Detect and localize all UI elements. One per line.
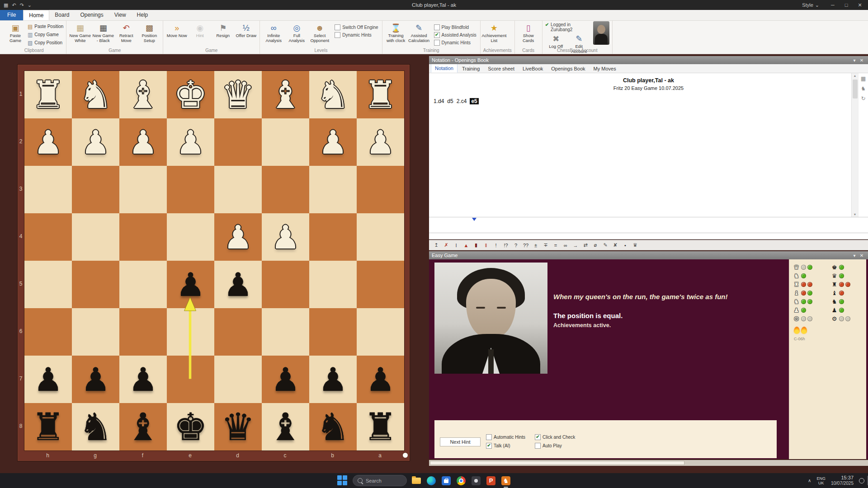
piece-white-n-b1[interactable]: ♞ — [316, 72, 350, 117]
full-analysis-button[interactable]: ◎Full Analysis — [286, 21, 307, 43]
evaluation-profile[interactable] — [429, 217, 868, 239]
annotation-button[interactable]: ?? — [521, 241, 530, 249]
piece-glyph[interactable]: ♞ — [831, 298, 838, 305]
square-b5[interactable] — [309, 261, 357, 308]
scroll-up-icon[interactable]: ▲ — [852, 74, 858, 77]
annotation-button[interactable]: !? — [501, 241, 510, 249]
piece-white-p-b2[interactable]: ♟ — [318, 120, 348, 165]
tab-livebook[interactable]: LiveBook — [519, 65, 547, 73]
redo-icon[interactable]: ↷ — [20, 2, 24, 8]
tab-openings-book[interactable]: Openings Book — [547, 65, 589, 73]
paste-game-button[interactable]: ▣Paste Game — [5, 21, 26, 43]
board-icon[interactable]: ▦ — [4, 2, 8, 8]
square-c4[interactable]: ♟ — [262, 213, 309, 261]
assisted-calculation-button[interactable]: ✎Assisted Calculation — [408, 21, 430, 43]
annotation-button[interactable]: ✎ — [601, 241, 610, 249]
square-a8[interactable]: ♜ — [357, 403, 404, 450]
square-b2[interactable]: ♟ — [309, 118, 357, 166]
switch-off-engine-checkbox[interactable]: Switch Off Engine — [335, 24, 378, 30]
piece-black-p-c7[interactable]: ♟ — [271, 357, 300, 402]
square-h7[interactable]: ♟ — [24, 356, 72, 403]
move-token[interactable]: d5 — [447, 98, 453, 104]
annotation-button[interactable]: ▲ — [462, 241, 471, 249]
piece-white-r-a1[interactable]: ♜ — [363, 72, 397, 117]
square-h4[interactable] — [24, 213, 72, 261]
annotation-button[interactable]: ♛ — [631, 241, 640, 249]
piece-glyph[interactable]: ⚙ — [793, 315, 800, 322]
square-c2[interactable] — [262, 118, 309, 166]
talk-ai-checkbox[interactable]: ✔Talk (AI) — [486, 443, 529, 449]
square-b1[interactable]: ♞ — [309, 71, 357, 118]
piece-glyph[interactable]: ♚ — [831, 264, 838, 271]
square-b6[interactable] — [309, 308, 357, 356]
copy-game-button[interactable]: ▥Copy Game — [28, 31, 63, 38]
annotation-button[interactable]: ↥ — [432, 241, 441, 249]
piece-black-n-g8[interactable]: ♞ — [79, 404, 113, 450]
tab-score-sheet[interactable]: Score sheet — [484, 65, 518, 73]
piece-black-n-b8[interactable]: ♞ — [316, 404, 350, 450]
move-token[interactable]: 2.c4 — [457, 98, 467, 104]
annotation-button[interactable]: ⌀ — [591, 241, 600, 249]
mini-board-icon[interactable]: ▦ — [861, 75, 866, 82]
paste-position-button[interactable]: ▤Paste Position — [28, 23, 63, 30]
tray-overflow-icon[interactable]: ∧ — [808, 478, 811, 483]
position-setup-button[interactable]: ▩Position Setup — [138, 21, 160, 43]
file-explorer-icon[interactable] — [411, 475, 422, 486]
piece-glyph[interactable]: ♝ — [793, 290, 800, 296]
square-e2[interactable]: ♟ — [167, 118, 214, 166]
hint-button[interactable]: ◉Hint — [189, 21, 211, 38]
chessboard[interactable]: ♜♞♝♚♛♝♞♜♟♟♟♟♟♟♟♟♟♟♟♟♟♟♟♟♜♞♝♚♛♝♞♜ — [24, 70, 405, 451]
square-a1[interactable]: ♜ — [357, 71, 404, 118]
square-d6[interactable] — [214, 308, 262, 356]
square-d3[interactable] — [214, 166, 262, 213]
square-h5[interactable] — [24, 261, 72, 308]
piece-black-p-a7[interactable]: ♟ — [366, 357, 395, 402]
edge-icon[interactable] — [426, 475, 437, 486]
annotation-button[interactable]: I — [452, 241, 461, 249]
offer-draw-button[interactable]: ½Offer Draw — [235, 21, 257, 38]
annotation-button[interactable]: ? — [511, 241, 520, 249]
piece-glyph[interactable]: ♛ — [831, 272, 838, 279]
piece-glyph[interactable]: ♞ — [793, 298, 800, 305]
piece-white-p-f2[interactable]: ♟ — [128, 120, 158, 165]
piece-white-b-c1[interactable]: ♝ — [269, 72, 302, 117]
search-input[interactable]: Search — [353, 475, 407, 486]
horizontal-scrollbar[interactable] — [429, 460, 868, 466]
square-e8[interactable]: ♚ — [167, 403, 214, 450]
tab-home[interactable]: Home — [23, 10, 49, 20]
piece-black-k-e8[interactable]: ♚ — [174, 404, 208, 450]
piece-black-b-c8[interactable]: ♝ — [269, 404, 302, 450]
piece-glyph[interactable]: ♟ — [793, 307, 800, 314]
piece-white-p-h2[interactable]: ♟ — [33, 120, 63, 165]
new-game-white-button[interactable]: ▦New Game White — [69, 21, 91, 43]
piece-glyph[interactable]: ♞ — [793, 272, 800, 279]
square-a2[interactable]: ♟ — [357, 118, 404, 166]
square-f6[interactable] — [119, 308, 167, 356]
start-button[interactable] — [337, 475, 349, 487]
square-a6[interactable] — [357, 308, 404, 356]
piece-glyph[interactable]: ♜ — [793, 281, 800, 288]
fritz-icon[interactable]: ♞ — [500, 475, 511, 486]
square-f4[interactable] — [119, 213, 167, 261]
click-and-check-checkbox[interactable]: ✔Click and Check — [535, 434, 575, 440]
square-b4[interactable] — [309, 213, 357, 261]
tab-board[interactable]: Board — [49, 10, 75, 20]
square-h8[interactable]: ♜ — [24, 403, 72, 450]
square-d2[interactable] — [214, 118, 262, 166]
square-c6[interactable] — [262, 308, 309, 356]
notation-scrollbar[interactable]: ▲ ▼ — [851, 73, 858, 217]
move-token[interactable]: e5 — [470, 98, 478, 104]
panel-close-icon[interactable]: ✕ — [858, 253, 865, 258]
square-g1[interactable]: ♞ — [72, 71, 119, 118]
rotate-icon[interactable]: ↻ — [861, 95, 865, 102]
square-c7[interactable]: ♟ — [262, 356, 309, 403]
square-g4[interactable] — [72, 213, 119, 261]
annotation-button[interactable]: • — [621, 241, 630, 249]
auto-play-checkbox[interactable]: Auto Play — [535, 443, 575, 449]
piece-glyph[interactable]: ♛ — [793, 264, 800, 271]
square-g5[interactable] — [72, 261, 119, 308]
square-f3[interactable] — [119, 166, 167, 213]
quick-access-dropdown-icon[interactable]: ⌄ — [28, 2, 32, 8]
notification-icon[interactable] — [859, 478, 864, 483]
square-f1[interactable]: ♝ — [119, 71, 167, 118]
